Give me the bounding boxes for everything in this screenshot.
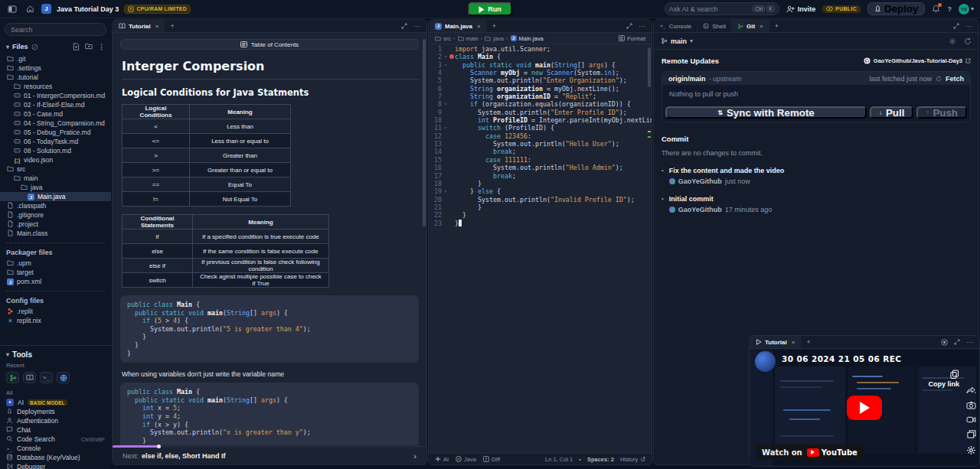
file-tree-item[interactable]: 05 - Debug_Pratice.md: [0, 128, 111, 137]
shell-tool-icon[interactable]: >_: [40, 372, 53, 383]
code-line[interactable]: 13 System.out.println("Hello User");: [429, 140, 652, 148]
statusbar-language[interactable]: Java: [456, 456, 476, 463]
git-refresh-icon[interactable]: [964, 37, 972, 45]
fetch-button[interactable]: Fetch: [946, 75, 964, 83]
statusbar-diff[interactable]: Diff: [483, 456, 500, 463]
fold-chevron-icon[interactable]: ▾: [442, 61, 449, 69]
tool-item-database-key-value-[interactable]: Database (Key/Value): [0, 453, 111, 462]
file-tree-item[interactable]: 08 - Solution.md: [0, 146, 111, 155]
copy-link-button[interactable]: Copy link: [928, 370, 959, 388]
code-line[interactable]: 16 System.out.println("Hello Admin");: [429, 164, 652, 171]
tutorial-next-bar[interactable]: Next: else if, else, Short Hand If ›: [113, 446, 426, 464]
settings-gear-icon[interactable]: [966, 445, 976, 455]
files-menu-icon[interactable]: ⋮: [98, 43, 105, 50]
expand-icon[interactable]: [401, 23, 407, 29]
code-line[interactable]: 15 case 111111:: [429, 156, 652, 164]
project-title[interactable]: Java Tutorial Day 3: [57, 5, 119, 13]
expand-icon[interactable]: [626, 23, 632, 29]
git-tool-icon[interactable]: [6, 372, 19, 383]
fold-chevron-icon[interactable]: ▾: [442, 100, 449, 108]
file-tree-item[interactable]: target: [0, 268, 111, 277]
tool-item-code-search[interactable]: Code SearchCtrlShiftF: [0, 435, 111, 444]
file-tree-item[interactable]: Main.class: [0, 229, 111, 238]
code-line[interactable]: 3▾ public static void main(String[] args…: [429, 61, 652, 69]
file-tree-item[interactable]: ✳replit.nix: [0, 316, 111, 325]
watch-on-youtube[interactable]: Watch on YouTube: [756, 445, 864, 460]
fold-chevron-icon[interactable]: ▾: [442, 124, 449, 132]
file-tree-item[interactable]: src: [0, 164, 111, 174]
file-tree-item[interactable]: 06 - TodayTask.md: [0, 137, 111, 146]
code-line[interactable]: 19▾ } else {: [429, 187, 652, 195]
resource-badge[interactable]: CPU/RAM LIMITED: [124, 5, 191, 14]
share-icon[interactable]: [966, 386, 976, 394]
files-section-header[interactable]: ▾ Files ⋮: [0, 36, 111, 54]
visibility-badge[interactable]: PUBLIC: [822, 5, 861, 13]
file-tree-item[interactable]: {;}video.json: [0, 155, 111, 164]
run-lens-icon[interactable]: [449, 54, 454, 59]
video-camera-icon[interactable]: [966, 416, 976, 423]
new-tab-button[interactable]: +: [769, 20, 784, 32]
commit-item[interactable]: •Initial commitGaoYeGithub17 minutes ago: [662, 195, 971, 213]
file-tree-item[interactable]: 02 - If-ElseIf-Else.md: [0, 100, 111, 109]
close-icon[interactable]: ×: [477, 23, 481, 30]
code-editor[interactable]: 1import java.util.Scanner;2▾class Main {…: [429, 45, 652, 453]
docs-tool-icon[interactable]: [23, 372, 36, 383]
code-line[interactable]: 5 System.out.println("Enter Organization…: [429, 77, 652, 84]
tab-git[interactable]: Git×: [732, 20, 769, 32]
file-tree-item[interactable]: 03 - Case.md: [0, 109, 111, 119]
file-tree-item[interactable]: .gitignore: [0, 210, 111, 220]
code-line[interactable]: 21 }: [429, 204, 652, 211]
new-folder-icon[interactable]: [85, 43, 93, 50]
pull-button[interactable]: ↓Pull: [870, 106, 913, 119]
github-repo-link[interactable]: GaoYeGithub/Java-Tutorial-Day3: [864, 57, 971, 64]
hidden-files-icon[interactable]: [31, 44, 38, 50]
tool-item-deployments[interactable]: Deployments: [0, 407, 111, 416]
expand-icon[interactable]: [953, 23, 959, 29]
format-button[interactable]: Format: [619, 35, 645, 42]
code-line[interactable]: 20 System.out.println("Invalid Profile I…: [429, 196, 652, 204]
code-line[interactable]: 22 }: [429, 211, 652, 219]
code-line[interactable]: 2▾class Main {: [429, 53, 652, 60]
code-line[interactable]: 7 String organizationID = "Replit";: [429, 93, 652, 100]
file-tree-item[interactable]: Jpom.xml: [0, 277, 111, 286]
file-tree-item[interactable]: .upm: [0, 259, 111, 268]
code-line[interactable]: 9 System.out.println("Enter Profile ID")…: [429, 109, 652, 116]
statusbar-ai[interactable]: AI: [435, 456, 449, 463]
tool-item-debugger[interactable]: Debugger: [0, 462, 111, 469]
sync-with-remote-button[interactable]: ⇅Sync with Remote: [665, 106, 867, 119]
table-of-contents-button[interactable]: Table of Contents: [120, 39, 419, 50]
fold-chevron-icon[interactable]: ▾: [442, 53, 449, 60]
code-line[interactable]: 12 case 123456:: [429, 132, 652, 140]
file-tree-item[interactable]: .settings: [0, 64, 111, 73]
file-tree-item[interactable]: .tutorial: [0, 73, 111, 82]
pane-menu-icon[interactable]: ···: [413, 22, 420, 30]
tool-item-authentication[interactable]: Authentication: [0, 416, 111, 425]
new-tab-button[interactable]: +: [801, 336, 815, 348]
breadcrumb[interactable]: src› main› java› J Main.java Format: [429, 33, 652, 44]
youtube-play-button[interactable]: [847, 396, 882, 420]
file-tree-item[interactable]: 04 - String_Compansion.md: [0, 119, 111, 128]
pane-menu-icon[interactable]: ···: [966, 338, 973, 346]
help-button[interactable]: ?: [947, 5, 952, 13]
new-tab-button[interactable]: +: [165, 20, 179, 32]
close-icon[interactable]: ×: [155, 23, 159, 30]
code-line[interactable]: 11▾ switch (ProfileID) {: [429, 124, 652, 132]
run-button[interactable]: Run: [468, 2, 512, 16]
code-line[interactable]: 14 break;: [429, 148, 652, 155]
tool-item-ai[interactable]: ✦AIBASIC MODEL: [0, 398, 111, 407]
file-tree-item[interactable]: java: [0, 183, 111, 192]
file-tree-item[interactable]: main: [0, 174, 111, 183]
file-tree-item[interactable]: .classpath: [0, 201, 111, 210]
invite-button[interactable]: Invite: [786, 5, 816, 13]
editor-scrollbar[interactable]: [648, 47, 651, 87]
push-button[interactable]: ↑Push: [916, 106, 967, 119]
ask-ai-search-input[interactable]: Ask AI & search Ctrl K: [665, 2, 779, 15]
close-icon[interactable]: ×: [792, 339, 795, 346]
code-line[interactable]: 10 int ProfileID = Integer.parseInt(myOb…: [429, 116, 652, 124]
file-tree-item[interactable]: resources: [0, 82, 111, 91]
camera-icon[interactable]: [966, 401, 976, 409]
tutorial-scrollbar[interactable]: [423, 39, 426, 226]
tab-tutorial[interactable]: Tutorial×: [113, 20, 165, 32]
sidebar-toggle-icon[interactable]: [6, 3, 18, 15]
file-tree-item[interactable]: .project: [0, 220, 111, 229]
